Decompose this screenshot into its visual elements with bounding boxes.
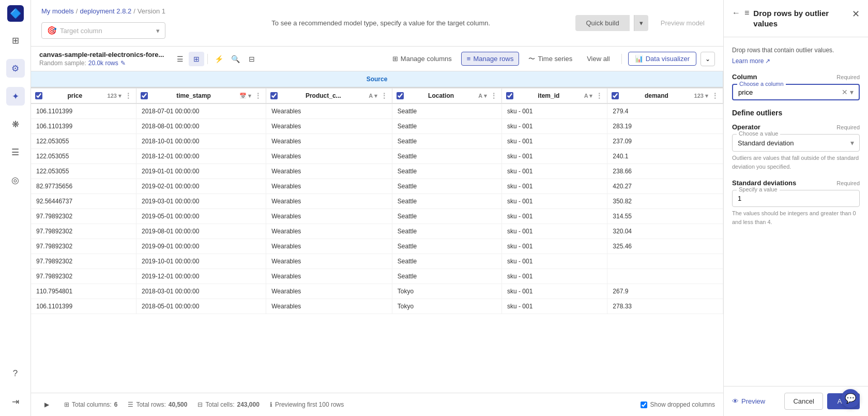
col-checkbox-product[interactable] xyxy=(270,92,278,99)
col-type-item-id: A ▾ xyxy=(584,93,593,99)
panel-back-button[interactable]: ← xyxy=(732,8,740,18)
data-table: Source price 123 ▾ ⋮ xyxy=(31,71,723,314)
sidebar-icon-list[interactable]: ☰ xyxy=(6,143,25,161)
sidebar-icon-home[interactable]: ⊞ xyxy=(6,31,25,50)
operator-select-group[interactable]: Choose a value Standard deviation IQR (I… xyxy=(732,134,860,152)
cell-location: Seattle xyxy=(392,254,501,269)
preview-model-button[interactable]: Preview model xyxy=(652,15,713,31)
manage-columns-label: Manage columns xyxy=(401,55,452,63)
cell-item_id: sku - 001 xyxy=(501,119,607,134)
col-menu-location[interactable]: ⋮ xyxy=(490,92,497,100)
cell-time_stamp: 2018-08-01 00:00:00 xyxy=(136,119,266,134)
col-name-price: price xyxy=(44,92,105,99)
cell-item_id: sku - 001 xyxy=(501,103,607,119)
cell-item_id: sku - 001 xyxy=(501,269,607,284)
cell-item_id: sku - 001 xyxy=(501,224,607,239)
view-all-button[interactable]: View all xyxy=(582,52,615,65)
col-menu-demand[interactable]: ⋮ xyxy=(711,92,719,100)
top-header: My models / deployment 2.8.2 / Version 1… xyxy=(31,0,723,47)
col-checkbox-item-id[interactable] xyxy=(506,92,513,99)
cell-product: Wearables xyxy=(266,224,392,239)
search-button[interactable]: 🔍 xyxy=(227,52,243,66)
data-visualizer-label: Data visualizer xyxy=(646,55,690,63)
col-type-price: 123 ▾ xyxy=(108,93,121,99)
target-column-select[interactable]: 🎯 Target column ▾ xyxy=(41,22,165,39)
cell-location: Seattle xyxy=(392,194,501,209)
expand-col-button[interactable]: ▶ xyxy=(39,397,54,412)
sidebar-icon-settings[interactable]: ⚙ xyxy=(6,59,25,78)
quick-build-button[interactable]: Quick build xyxy=(575,15,629,31)
cancel-button[interactable]: Cancel xyxy=(784,393,823,410)
col-checkbox-demand[interactable] xyxy=(612,92,619,99)
col-checkbox-timestamp[interactable] xyxy=(141,92,148,99)
operator-group-label: Choose a value xyxy=(737,130,780,137)
table-container[interactable]: Source price 123 ▾ ⋮ xyxy=(31,71,723,393)
cell-time_stamp: 2018-03-01 00:00:00 xyxy=(136,284,266,299)
column-clear-button[interactable]: ✕ xyxy=(842,88,848,96)
list-view-button[interactable]: ☰ xyxy=(172,52,188,66)
operator-label-row: Operator Required xyxy=(732,123,860,131)
panel-close-button[interactable]: ✕ xyxy=(852,8,860,20)
grid-view-button[interactable]: ⊞ xyxy=(189,52,204,66)
manage-rows-icon: ≡ xyxy=(467,55,471,63)
col-menu-product[interactable]: ⋮ xyxy=(380,92,388,100)
cell-demand: 278.33 xyxy=(607,299,723,314)
cell-demand: 350.82 xyxy=(607,194,723,209)
cell-product: Wearables xyxy=(266,299,392,314)
col-menu-item-id[interactable]: ⋮ xyxy=(596,92,603,100)
std-dev-hint: The values should be integers and greate… xyxy=(732,209,860,226)
main-area: My models / deployment 2.8.2 / Version 1… xyxy=(31,0,723,416)
cell-item_id: sku - 001 xyxy=(501,284,607,299)
data-visualizer-icon: 📊 xyxy=(635,55,643,63)
show-dropped-checkbox[interactable] xyxy=(641,402,647,408)
operator-select[interactable]: Standard deviation IQR (Interquartile Ra… xyxy=(738,139,850,147)
panel-icon: ≡ xyxy=(744,8,749,18)
cell-product: Wearables xyxy=(266,269,392,284)
breadcrumb-deployment[interactable]: deployment 2.8.2 xyxy=(80,7,131,15)
manage-columns-button[interactable]: ⊞ Manage columns xyxy=(387,52,457,65)
columns-list-button[interactable]: ⊟ xyxy=(244,52,260,66)
column-input[interactable] xyxy=(738,88,840,96)
col-menu-price[interactable]: ⋮ xyxy=(125,92,132,100)
col-menu-timestamp[interactable]: ⋮ xyxy=(254,92,262,100)
sidebar-icon-nodes[interactable]: ❋ xyxy=(6,115,25,133)
quick-build-arrow-button[interactable]: ▾ xyxy=(634,15,648,31)
panel-description: Drop rows that contain outlier values. xyxy=(732,46,860,55)
column-section: Column Required Choose a column ✕ ▾ xyxy=(732,73,860,100)
data-visualizer-button[interactable]: 📊 Data visualizer xyxy=(628,52,696,66)
cell-demand: 279.4 xyxy=(607,103,723,119)
manage-rows-button[interactable]: ≡ Manage rows xyxy=(461,52,520,66)
cell-location: Tokyo xyxy=(392,284,501,299)
cell-product: Wearables xyxy=(266,103,392,119)
cell-price: 122.053055 xyxy=(31,164,136,179)
col-checkbox-price[interactable] xyxy=(35,92,42,99)
target-icon: 🎯 xyxy=(47,26,57,35)
column-dropdown-button[interactable]: ▾ xyxy=(850,88,854,96)
breadcrumb-my-models[interactable]: My models xyxy=(41,7,74,15)
std-dev-input[interactable] xyxy=(738,195,854,202)
sidebar-icon-logout[interactable]: ⇥ xyxy=(6,392,25,411)
learn-more-link[interactable]: Learn more ↗ xyxy=(732,57,770,65)
table-row: 97.798923022019-08-01 00:00:00WearablesS… xyxy=(31,224,723,239)
preview-button[interactable]: 👁 Preview xyxy=(732,397,780,405)
time-series-button[interactable]: 〜 Time series xyxy=(523,52,577,66)
column-input-group[interactable]: Choose a column ✕ ▾ xyxy=(732,84,860,100)
edit-sample-icon[interactable]: ✎ xyxy=(120,60,126,67)
sample-count-link[interactable]: 20.0k rows xyxy=(88,60,118,67)
column-group-label: Choose a column xyxy=(737,81,786,87)
cell-location: Seattle xyxy=(392,224,501,239)
expand-button[interactable]: ⌄ xyxy=(701,52,715,66)
filter-button[interactable]: ⚡ xyxy=(211,52,226,66)
col-checkbox-location[interactable] xyxy=(397,92,404,99)
cell-demand: 314.55 xyxy=(607,209,723,224)
sidebar-icon-ai[interactable]: ✦ xyxy=(6,87,25,106)
sidebar-icon-help[interactable]: ? xyxy=(6,364,25,383)
std-dev-section: Standard deviations Required Specify a v… xyxy=(732,179,860,226)
cell-price: 106.1101399 xyxy=(31,103,136,119)
chat-bubble[interactable]: 💬 xyxy=(841,389,860,408)
cell-time_stamp: 2019-02-01 00:00:00 xyxy=(136,179,266,194)
table-row: 122.0530552019-01-01 00:00:00WearablesSe… xyxy=(31,164,723,179)
sidebar-icon-toggle[interactable]: ◎ xyxy=(6,171,25,189)
cell-product: Wearables xyxy=(266,134,392,149)
std-dev-input-group[interactable]: Specify a value xyxy=(732,190,860,207)
